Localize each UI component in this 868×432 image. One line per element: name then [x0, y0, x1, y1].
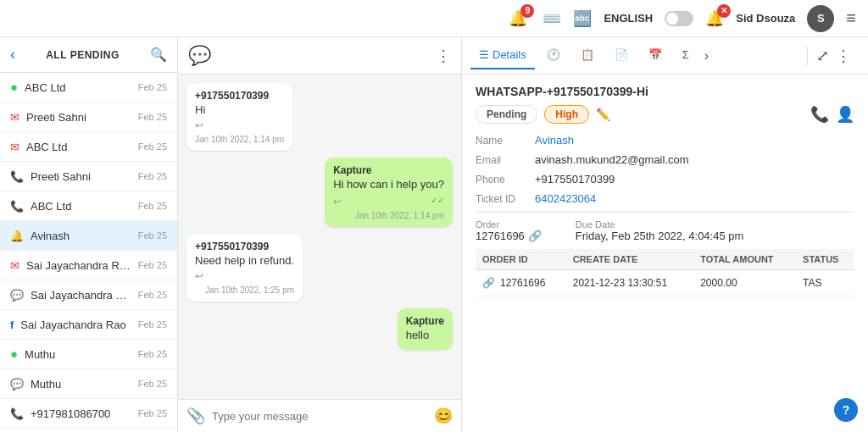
tab-schedule[interactable]: 📅 — [640, 42, 670, 69]
chat-message: Kapture hello — [398, 308, 453, 350]
emoji-icon[interactable]: 😊 — [434, 407, 453, 425]
contact-item[interactable]: 💬 Sai Jayachandra Rao Feb 25 — [0, 280, 177, 310]
expand-icon[interactable]: ⤢ — [816, 47, 829, 65]
tab-summary[interactable]: Σ — [674, 42, 698, 69]
contact-info: Sai Jayachandra Rao — [31, 289, 131, 302]
contact-item[interactable]: ● ABC Ltd Feb 25 — [0, 73, 177, 102]
contact-channel-icon: 💬 — [10, 376, 24, 391]
msg-time: Jan 10th 2022, 1:14 pm — [333, 211, 444, 220]
language-label[interactable]: ENGLISH — [604, 12, 653, 25]
details-tab-label: Details — [492, 48, 526, 61]
tab-details[interactable]: ☰ Details — [470, 42, 535, 69]
contact-channel-icon: ✉ — [10, 109, 19, 125]
translate-icon[interactable]: 🔤 — [573, 9, 592, 28]
contact-name: ABC Ltd — [26, 141, 131, 153]
due-date-value: Friday, Feb 25th 2022, 4:04:45 pm — [576, 230, 744, 242]
contact-item[interactable]: ✉ ABC Ltd Feb 25 — [0, 429, 177, 432]
msg-text: Hi how can i help you? — [333, 178, 444, 191]
theme-toggle[interactable] — [665, 11, 693, 26]
schedule-tab-icon: 📅 — [648, 48, 662, 61]
name-field-value[interactable]: Avinash — [535, 134, 574, 147]
col-order-id: ORDER ID — [476, 249, 566, 270]
notification-badge: 9 — [520, 4, 534, 18]
status-pending-badge[interactable]: Pending — [476, 105, 537, 124]
ticket-id-value[interactable]: 6402423064 — [535, 192, 596, 205]
contact-info: Avinash — [31, 230, 131, 242]
chat-header-menu-icon[interactable]: ⋮ — [436, 47, 451, 65]
contact-action-icon[interactable]: 👤 — [836, 105, 854, 124]
tab-docs[interactable]: 📄 — [606, 42, 637, 69]
contact-date: Feb 25 — [138, 201, 167, 211]
contact-name: Sai Jayachandra Rao — [31, 289, 131, 302]
contact-item[interactable]: f Sai Jayachandra Rao Feb 25 — [0, 310, 177, 340]
msg-time: Jan 10th 2022, 1:25 pm — [195, 285, 294, 295]
contact-item[interactable]: 📞 ABC Ltd Feb 25 — [0, 191, 177, 221]
attach-icon[interactable]: 📎 — [186, 407, 205, 425]
order-meta-value: 12761696 🔗 — [476, 230, 542, 242]
help-button[interactable]: ? — [834, 398, 858, 422]
contact-channel-icon: 📞 — [10, 406, 24, 421]
email-field-label: Email — [476, 153, 535, 166]
docs-tab-icon: 📄 — [615, 48, 628, 61]
contact-date: Feb 25 — [138, 349, 167, 359]
contact-item[interactable]: 📞 Preeti Sahni Feb 25 — [0, 162, 177, 191]
contact-list-header: ‹ ALL PENDING 🔍 — [0, 37, 177, 73]
contact-item[interactable]: 💬 Muthu Feb 25 — [0, 369, 177, 399]
contact-info: Sai Jayachandra Rao — [20, 318, 131, 331]
tab-history[interactable]: 🕐 — [538, 42, 569, 69]
contact-date: Feb 25 — [138, 408, 167, 418]
status-high-badge[interactable]: High — [544, 105, 589, 124]
notification-bell-icon[interactable]: 🔔 9 — [509, 9, 527, 28]
alert-icon[interactable]: 🔔 ✕ — [705, 9, 724, 28]
tab-more-icon[interactable]: › — [701, 42, 712, 70]
contact-channel-icon: 🔔 — [10, 228, 24, 243]
navbar: 🔔 9 ⌨️ 🔤 ENGLISH 🔔 ✕ Sid Dsouza S ≡ — [0, 0, 868, 37]
contact-date: Feb 25 — [138, 112, 167, 122]
msg-sender: Kapture — [406, 315, 444, 327]
contact-item[interactable]: ✉ Sai Jayachandra Rao Feb 25 — [0, 251, 177, 280]
details-tab-icon: ☰ — [479, 48, 489, 61]
order-link-icon2[interactable]: 🔗 — [482, 277, 495, 289]
order-id-value: 12761696 — [500, 277, 545, 289]
contact-channel-icon: ● — [10, 346, 18, 362]
contact-item[interactable]: ✉ ABC Ltd Feb 25 — [0, 132, 177, 162]
contact-item[interactable]: ✉ Preeti Sahni Feb 25 — [0, 102, 177, 132]
phone-field-label: Phone — [476, 173, 535, 186]
ticket-id-label: Ticket ID — [476, 192, 535, 205]
contact-item[interactable]: 📞 +917981086700 Feb 25 — [0, 399, 177, 429]
email-field-value: avinash.mukund22@gmail.com — [535, 153, 689, 166]
detail-panel: ☰ Details 🕐 📋 📄 📅 Σ › ⤢ ⋮ — [462, 37, 868, 432]
contact-name: Avinash — [31, 230, 131, 242]
chat-panel: 💬 ⋮ +917550170399 Hi ↩ Jan 10th 2022, 1:… — [178, 37, 462, 432]
keyboard-icon[interactable]: ⌨️ — [542, 9, 561, 28]
chat-input[interactable] — [212, 410, 427, 423]
total-amount-cell: 2000.00 — [693, 270, 796, 296]
contact-channel-icon: 📞 — [10, 198, 24, 213]
user-avatar[interactable]: S — [807, 5, 834, 32]
tab-notes[interactable]: 📋 — [572, 42, 603, 69]
whatsapp-channel-icon: 💬 — [188, 45, 211, 67]
order-meta-label: Order — [476, 219, 542, 230]
due-date-label: Due Date — [576, 219, 744, 230]
contact-date: Feb 25 — [138, 260, 167, 270]
contact-date: Feb 25 — [138, 141, 167, 152]
contact-name: ABC Ltd — [31, 200, 131, 213]
contact-item[interactable]: 🔔 Avinash Feb 25 — [0, 221, 177, 251]
hamburger-menu[interactable]: ≡ — [846, 8, 856, 28]
contact-date: Feb 25 — [138, 230, 167, 241]
detail-menu-icon[interactable]: ⋮ — [836, 47, 851, 65]
list-title: ALL PENDING — [46, 49, 120, 61]
main-layout: ‹ ALL PENDING 🔍 ● ABC Ltd Feb 25 ✉ Preet… — [0, 37, 868, 432]
contact-info: Preeti Sahni — [26, 111, 131, 124]
priority-edit-icon[interactable]: ✏️ — [596, 108, 610, 121]
col-status: STATUS — [796, 249, 854, 270]
search-icon[interactable]: 🔍 — [150, 47, 167, 63]
back-button[interactable]: ‹ — [10, 46, 15, 64]
contact-date: Feb 25 — [138, 290, 167, 300]
contact-date: Feb 25 — [138, 82, 167, 92]
order-link-icon[interactable]: 🔗 — [528, 230, 542, 242]
contact-info: ABC Ltd — [25, 81, 131, 94]
user-name-label[interactable]: Sid Dsouza — [736, 12, 795, 25]
contact-item[interactable]: ● Muthu Feb 25 — [0, 340, 177, 369]
call-action-icon[interactable]: 📞 — [810, 105, 829, 124]
